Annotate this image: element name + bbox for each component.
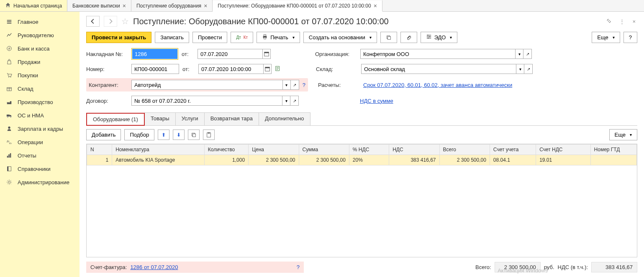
copy-button[interactable]	[380, 32, 397, 43]
menu-icon	[6, 18, 13, 25]
post-close-button[interactable]: Провести и закрыть	[86, 32, 151, 43]
col-header[interactable]: Счет НДС	[536, 145, 590, 155]
table-cell[interactable]: 19.01	[536, 155, 590, 165]
calendar-button[interactable]	[263, 64, 272, 74]
vat-mode-link[interactable]: НДС в сумме	[360, 98, 393, 104]
tab-receipt-equip[interactable]: Поступление оборудования ×	[131, 0, 213, 11]
favorite-icon[interactable]: ☆	[121, 16, 129, 26]
edo-button[interactable]: ЭДО	[421, 32, 458, 43]
table-cell[interactable]: 20%	[349, 155, 389, 165]
col-header[interactable]: НДС	[389, 145, 439, 155]
print-button[interactable]: Печать	[257, 32, 300, 43]
col-header[interactable]: Всего	[439, 145, 490, 155]
number-input[interactable]	[131, 64, 179, 74]
table-more-button[interactable]: Еще	[609, 129, 637, 140]
copy-rows-button[interactable]	[188, 130, 200, 140]
close-icon[interactable]: ×	[123, 3, 126, 9]
create-based-button[interactable]: Создать на основании	[303, 32, 377, 43]
help-icon[interactable]: ?	[303, 82, 305, 88]
inner-tab-1[interactable]: Товары	[144, 112, 176, 125]
dropdown-button[interactable]: ▾	[282, 80, 291, 90]
col-header[interactable]: N	[87, 145, 112, 155]
org-input[interactable]	[360, 49, 515, 59]
svg-text:Кт: Кт	[9, 142, 12, 145]
nav-back-button[interactable]	[86, 16, 100, 27]
note-icon[interactable]	[275, 66, 281, 73]
col-header[interactable]: Номер ГТД	[590, 145, 636, 155]
invoice-no-input[interactable]	[132, 49, 177, 59]
attach-button[interactable]	[400, 32, 417, 43]
help-button[interactable]: ?	[623, 32, 637, 43]
sidebar-item-12[interactable]: Администрирование	[0, 175, 80, 189]
open-button[interactable]: ↗	[290, 96, 299, 106]
table-cell[interactable]: 1,000	[204, 155, 248, 165]
col-header[interactable]: Номенклатура	[112, 145, 205, 155]
inner-tab-4[interactable]: Дополнительно	[259, 112, 310, 125]
inner-tab-3[interactable]: Возвратная тара	[204, 112, 259, 125]
paste-rows-button[interactable]	[203, 130, 215, 140]
more-button[interactable]: Еще	[592, 32, 620, 43]
tab-bank[interactable]: Банковские выписки ×	[67, 0, 131, 11]
nav-forward-button[interactable]	[104, 16, 117, 27]
sidebar-item-10[interactable]: Отчеты	[0, 149, 80, 162]
close-icon[interactable]: ×	[374, 3, 377, 9]
sidebar-item-6[interactable]: Производство	[0, 95, 80, 109]
col-header[interactable]: Счет учета	[490, 145, 536, 155]
table-cell[interactable]: 2 300 500,00	[439, 155, 490, 165]
col-header[interactable]: Сумма	[299, 145, 349, 155]
open-button[interactable]: ↗	[291, 80, 299, 90]
dropdown-button[interactable]: ▾	[516, 64, 524, 74]
sidebar-item-0[interactable]: Главное	[0, 15, 80, 28]
col-header[interactable]: Количество	[204, 145, 248, 155]
inner-tab-2[interactable]: Услуги	[175, 112, 205, 125]
calendar-button[interactable]	[262, 49, 271, 59]
contract-input[interactable]	[131, 96, 282, 106]
sidebar-item-3[interactable]: Продажи	[0, 55, 80, 69]
table-cell[interactable]: Автомобиль KIA Sportage	[112, 155, 205, 165]
tab-document[interactable]: Поступление: Оборудование КП00-000001 от…	[213, 0, 382, 12]
open-button[interactable]: ↗	[523, 49, 532, 59]
table-cell[interactable]: 2 300 500,00	[249, 155, 299, 165]
close-icon[interactable]: ×	[631, 17, 637, 26]
equipment-table[interactable]: NНоменклатураКоличествоЦенаСумма% НДСНДС…	[86, 144, 637, 257]
pick-button[interactable]: Подбор	[124, 129, 154, 140]
inner-tab-0[interactable]: Оборудование (1)	[86, 113, 145, 126]
post-button[interactable]: Провести	[192, 32, 228, 43]
sidebar-item-7[interactable]: ОС и НМА	[0, 109, 80, 122]
kebab-icon[interactable]: ⋮	[618, 17, 626, 26]
dropdown-button[interactable]: ▾	[282, 96, 290, 106]
link-icon[interactable]	[604, 16, 613, 27]
doc-date-input[interactable]	[198, 64, 263, 74]
col-header[interactable]: % НДС	[349, 145, 389, 155]
sf-link[interactable]: 1286 от 07.07.2020	[130, 264, 178, 270]
invoice-date-input[interactable]	[198, 49, 262, 59]
move-up-button[interactable]: ⬆	[158, 130, 169, 140]
table-cell[interactable]: 08.04.1	[490, 155, 536, 165]
table-cell[interactable]: 383 416,67	[389, 155, 439, 165]
table-cell[interactable]	[590, 155, 636, 165]
help-icon[interactable]: ?	[297, 264, 300, 270]
sidebar-item-label: Производство	[18, 99, 53, 105]
tab-home[interactable]: Начальная страница	[0, 0, 67, 11]
sidebar-item-5[interactable]: Склад	[0, 82, 80, 95]
sidebar-item-4[interactable]: Покупки	[0, 69, 80, 82]
save-button[interactable]: Записать	[155, 32, 189, 43]
sidebar-item-9[interactable]: ДтКтОперации	[0, 135, 80, 149]
table-cell[interactable]: 1	[87, 155, 112, 165]
dt-kt-button[interactable]: ДтКт	[231, 32, 253, 43]
open-button[interactable]: ↗	[524, 64, 533, 74]
sidebar-item-8[interactable]: Зарплата и кадры	[0, 122, 80, 135]
add-row-button[interactable]: Добавить	[86, 129, 121, 140]
sidebar-item-2[interactable]: ₽Банк и касса	[0, 42, 80, 55]
move-down-button[interactable]: ⬇	[173, 130, 185, 140]
close-icon[interactable]: ×	[204, 3, 207, 9]
warehouse-input[interactable]	[361, 64, 516, 74]
dropdown-button[interactable]: ▾	[515, 49, 523, 59]
table-cell[interactable]: 2 300 500,00	[299, 155, 349, 165]
sidebar-item-11[interactable]: Справочники	[0, 162, 80, 175]
sidebar-item-1[interactable]: Руководителю	[0, 28, 80, 42]
col-header[interactable]: Цена	[249, 145, 299, 155]
calc-link[interactable]: Срок 07.07.2020, 60.01, 60.02, зачет ава…	[363, 82, 512, 88]
counterparty-input[interactable]	[131, 80, 282, 90]
table-row[interactable]: 1Автомобиль KIA Sportage1,0002 300 500,0…	[87, 155, 637, 165]
